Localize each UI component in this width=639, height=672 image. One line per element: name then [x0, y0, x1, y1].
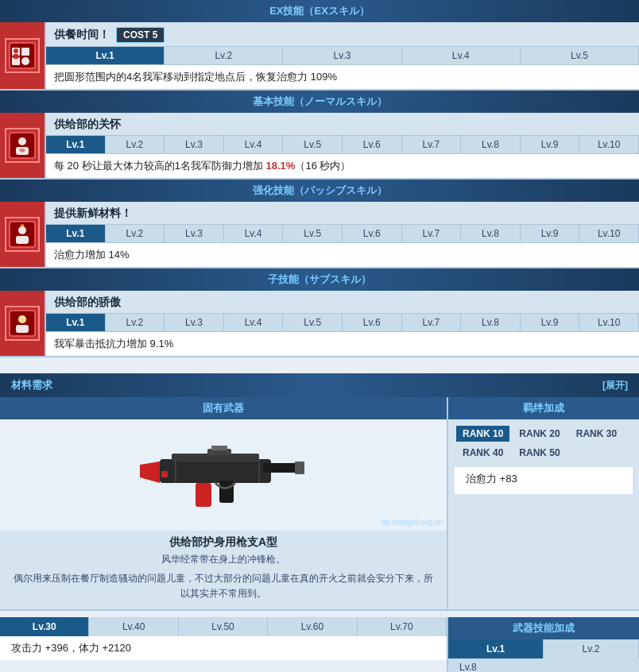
- svg-rect-15: [16, 325, 29, 333]
- sub-level-tab-10[interactable]: Lv.10: [579, 314, 639, 331]
- basic-skill-icon-inner: [5, 128, 40, 163]
- ex-level-tab-1[interactable]: Lv.1: [46, 47, 165, 64]
- bottom-level-tab-60[interactable]: Lv.60: [268, 617, 357, 636]
- sub-skill-name-row: 供给部的骄傲: [46, 291, 639, 313]
- enhance-level-tab-8[interactable]: Lv.8: [461, 225, 521, 242]
- sub-level-tab-4[interactable]: Lv.4: [224, 314, 284, 331]
- sub-level-tab-5[interactable]: Lv.5: [283, 314, 343, 331]
- basic-skill-icon: [0, 113, 46, 178]
- sub-level-tab-7[interactable]: Lv.7: [402, 314, 462, 331]
- bottom-level-tab-50[interactable]: Lv.50: [179, 617, 268, 636]
- basic-desc-pre: 每 20 秒让最大体力较高的1名我军防御力增加: [54, 160, 266, 172]
- svg-rect-22: [219, 481, 234, 503]
- enhance-level-tabs: Lv.1 Lv.2 Lv.3 Lv.4 Lv.5 Lv.6 Lv.7 Lv.8 …: [46, 224, 639, 242]
- enhance-icon-svg: [8, 220, 37, 249]
- weapon-skill-tab-1[interactable]: Lv.1: [448, 639, 544, 658]
- enhance-level-tab-7[interactable]: Lv.7: [402, 225, 462, 242]
- bottom-right-panel: 武器技能加成 Lv.1 Lv.2 Lv.8: [448, 617, 639, 672]
- svg-rect-12: [16, 236, 29, 244]
- ex-level-tab-5[interactable]: Lv.5: [521, 47, 639, 64]
- svg-point-4: [21, 57, 29, 65]
- enhance-skill-content: 提供新鲜材料！ Lv.1 Lv.2 Lv.3 Lv.4 Lv.5 Lv.6 Lv…: [46, 202, 639, 267]
- basic-level-tab-5[interactable]: Lv.5: [283, 136, 343, 153]
- basic-skill-name-row: 供给部的关怀: [46, 113, 639, 135]
- enhance-level-tab-10[interactable]: Lv.10: [579, 225, 639, 242]
- rank-tab-40[interactable]: RANK 40: [456, 445, 509, 461]
- ex-level-tab-4[interactable]: Lv.4: [402, 47, 521, 64]
- ex-skill-name-row: 供餐时间！ COST 5: [46, 22, 639, 46]
- bond-section-header: 羁绊加成: [448, 397, 639, 419]
- bottom-area: Lv.30 Lv.40 Lv.50 Lv.60 Lv.70 攻击力 +396，体…: [0, 617, 639, 672]
- basic-level-tab-1[interactable]: Lv.1: [46, 136, 106, 153]
- ex-skill-header: EX技能（EXスキル）: [0, 0, 639, 22]
- enhance-level-tab-2[interactable]: Lv.2: [106, 225, 165, 242]
- ex-skill-desc: 把圆形范围内的4名我军移动到指定地点后，恢复治愈力 109%: [46, 64, 639, 89]
- basic-desc-post: （16 秒内）: [295, 160, 350, 172]
- sub-skill-icon: [0, 291, 46, 356]
- bottom-level-tab-30[interactable]: Lv.30: [0, 617, 89, 636]
- ex-level-tab-3[interactable]: Lv.3: [283, 47, 401, 64]
- weapon-skill-tab-2[interactable]: Lv.2: [544, 639, 639, 658]
- bottom-level-tab-40[interactable]: Lv.40: [89, 617, 178, 636]
- rank-tab-20[interactable]: RANK 20: [513, 426, 566, 442]
- weapon-left-panel: 固有武器: [0, 397, 448, 609]
- enhance-level-tab-9[interactable]: Lv.9: [521, 225, 580, 242]
- basic-level-tab-2[interactable]: Lv.2: [106, 136, 165, 153]
- enhance-skill-desc: 治愈力增加 14%: [46, 242, 639, 267]
- sub-level-tab-6[interactable]: Lv.6: [343, 314, 402, 331]
- ex-icon-svg: [8, 41, 37, 70]
- gap-1: [0, 357, 639, 365]
- sub-skill-desc: 我军暴击抵抗力增加 9.1%: [46, 331, 639, 356]
- svg-rect-27: [161, 471, 168, 477]
- ex-level-tabs: Lv.1 Lv.2 Lv.3 Lv.4 Lv.5: [46, 46, 639, 64]
- basic-level-tab-4[interactable]: Lv.4: [224, 136, 284, 153]
- enhance-level-tab-5[interactable]: Lv.5: [283, 225, 343, 242]
- materials-header-bar: 材料需求 [展开]: [0, 373, 639, 397]
- basic-level-tab-9[interactable]: Lv.9: [521, 136, 580, 153]
- basic-skill-name: 供给部的关怀: [54, 118, 121, 132]
- basic-level-tab-7[interactable]: Lv.7: [402, 136, 462, 153]
- svg-rect-17: [160, 459, 271, 483]
- bottom-left-panel: Lv.30 Lv.40 Lv.50 Lv.60 Lv.70 攻击力 +396，体…: [0, 617, 448, 672]
- basic-skill-row: 供给部的关怀 Lv.1 Lv.2 Lv.3 Lv.4 Lv.5 Lv.6 Lv.…: [0, 113, 639, 180]
- sub-level-tab-8[interactable]: Lv.8: [461, 314, 521, 331]
- rank-tab-30[interactable]: RANK 30: [570, 426, 623, 442]
- sub-level-tab-9[interactable]: Lv.9: [521, 314, 580, 331]
- enhance-level-tab-3[interactable]: Lv.3: [165, 225, 224, 242]
- weapon-desc: 偶尔用来压制在餐厅制造骚动的问题儿童，不过大部分的问题儿童在真的开火之前就会安分…: [0, 568, 447, 609]
- svg-rect-6: [14, 54, 18, 59]
- weapon-skill-level: Lv.8: [448, 658, 639, 672]
- sub-skill-content: 供给部的骄傲 Lv.1 Lv.2 Lv.3 Lv.4 Lv.5 Lv.6 Lv.…: [46, 291, 639, 356]
- svg-rect-20: [295, 462, 304, 474]
- weapon-image-area: ak.maogirl.org.cn: [0, 419, 447, 531]
- enhance-skill-name-row: 提供新鲜材料！: [46, 202, 639, 224]
- materials-title: 材料需求: [11, 378, 52, 392]
- basic-desc-highlight: 18.1%: [266, 160, 296, 172]
- bottom-stat: 攻击力 +396，体力 +2120: [0, 636, 447, 660]
- basic-level-tab-3[interactable]: Lv.3: [165, 136, 224, 153]
- enhance-level-tab-1[interactable]: Lv.1: [46, 225, 106, 242]
- sub-level-tab-1[interactable]: Lv.1: [46, 314, 106, 331]
- weapon-right-panel: 羁绊加成 RANK 10 RANK 20 RANK 30 RANK 40 RAN…: [448, 397, 639, 609]
- enhance-level-tab-4[interactable]: Lv.4: [224, 225, 284, 242]
- enhance-level-tab-6[interactable]: Lv.6: [343, 225, 402, 242]
- basic-level-tab-6[interactable]: Lv.6: [343, 136, 402, 153]
- sub-level-tabs: Lv.1 Lv.2 Lv.3 Lv.4 Lv.5 Lv.6 Lv.7 Lv.8 …: [46, 313, 639, 331]
- basic-level-tab-8[interactable]: Lv.8: [461, 136, 521, 153]
- bottom-level-tabs: Lv.30 Lv.40 Lv.50 Lv.60 Lv.70: [0, 617, 447, 636]
- basic-skill-content: 供给部的关怀 Lv.1 Lv.2 Lv.3 Lv.4 Lv.5 Lv.6 Lv.…: [46, 113, 639, 178]
- weapon-subtitle: 风华经常带在身上的冲锋枪。: [0, 551, 447, 568]
- basic-level-tab-10[interactable]: Lv.10: [579, 136, 639, 153]
- expand-button[interactable]: [展开]: [602, 379, 628, 392]
- bottom-level-tab-70[interactable]: Lv.70: [358, 617, 447, 636]
- rank-tab-50[interactable]: RANK 50: [513, 445, 566, 461]
- rank-tab-10[interactable]: RANK 10: [456, 426, 509, 442]
- ex-skill-icon: [0, 22, 46, 89]
- enhance-skill-row: 提供新鲜材料！ Lv.1 Lv.2 Lv.3 Lv.4 Lv.5 Lv.6 Lv…: [0, 202, 639, 268]
- basic-skill-desc: 每 20 秒让最大体力较高的1名我军防御力增加 18.1%（16 秒内）: [46, 153, 639, 178]
- ex-level-tab-2[interactable]: Lv.2: [165, 47, 283, 64]
- enhance-skill-name: 提供新鲜材料！: [54, 207, 132, 221]
- sub-level-tab-2[interactable]: Lv.2: [106, 314, 165, 331]
- sub-level-tab-3[interactable]: Lv.3: [165, 314, 224, 331]
- sub-icon-svg: [8, 309, 37, 338]
